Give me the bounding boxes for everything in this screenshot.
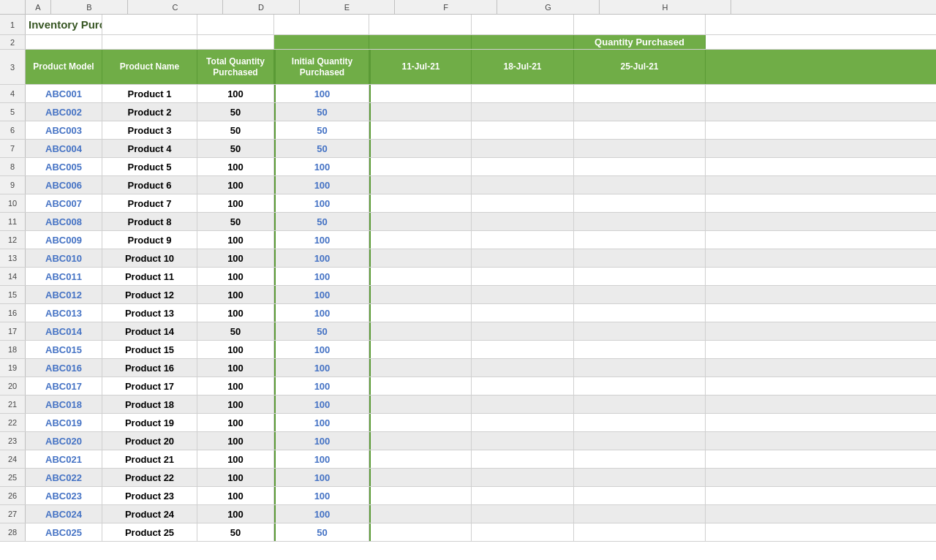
table-row: 21 ABC018 Product 18 100 100 xyxy=(0,396,936,414)
product-name: Product 11 xyxy=(102,268,197,285)
qty-jul18 xyxy=(472,341,574,358)
table-row: 25 ABC022 Product 22 100 100 xyxy=(0,469,936,487)
qty-jul25 xyxy=(574,176,706,194)
product-model[interactable]: ABC007 xyxy=(26,194,102,212)
qty-jul18 xyxy=(472,231,574,249)
table-row: 9 ABC006 Product 6 100 100 xyxy=(0,176,936,194)
product-name: Product 3 xyxy=(102,121,197,139)
table-row: 22 ABC019 Product 19 100 100 xyxy=(0,414,936,432)
empty-row-2: 2 Quantity Purchased xyxy=(0,35,936,50)
product-name: Product 16 xyxy=(102,359,197,377)
qty-jul25 xyxy=(574,103,706,121)
qty-jul18 xyxy=(472,487,574,504)
total-qty: 100 xyxy=(197,249,274,267)
product-model[interactable]: ABC015 xyxy=(26,341,102,358)
total-qty: 100 xyxy=(197,231,274,249)
qty-jul25 xyxy=(574,213,706,230)
col-header-h: H xyxy=(600,0,731,14)
total-qty: 100 xyxy=(197,158,274,175)
product-model[interactable]: ABC022 xyxy=(26,469,102,486)
qty-jul25 xyxy=(574,85,706,102)
product-model[interactable]: ABC013 xyxy=(26,304,102,322)
qty-jul25 xyxy=(574,194,706,212)
qty-jul25 xyxy=(574,432,706,450)
qty-jul25 xyxy=(574,505,706,523)
header-jul11: 11-Jul-21 xyxy=(369,50,472,84)
product-model[interactable]: ABC023 xyxy=(26,487,102,504)
product-model[interactable]: ABC012 xyxy=(26,286,102,303)
row-num: 23 xyxy=(0,432,26,450)
product-model[interactable]: ABC009 xyxy=(26,231,102,249)
table-row: 26 ABC023 Product 23 100 100 xyxy=(0,487,936,505)
product-model[interactable]: ABC008 xyxy=(26,213,102,230)
qty-jul25 xyxy=(574,249,706,267)
product-model[interactable]: ABC021 xyxy=(26,450,102,468)
product-name: Product 21 xyxy=(102,450,197,468)
qty-jul25 xyxy=(574,286,706,303)
total-qty: 100 xyxy=(197,286,274,303)
row-num: 12 xyxy=(0,231,26,249)
initial-qty: 50 xyxy=(274,523,369,541)
total-qty: 100 xyxy=(197,194,274,212)
col-header-f: F xyxy=(395,0,497,14)
qty-jul25 xyxy=(574,140,706,157)
product-model[interactable]: ABC014 xyxy=(26,322,102,340)
qty-jul11 xyxy=(369,231,472,249)
product-model[interactable]: ABC003 xyxy=(26,121,102,139)
qty-jul11 xyxy=(369,322,472,340)
col-header-a: A xyxy=(26,0,51,14)
qty-jul18 xyxy=(472,85,574,102)
total-qty: 50 xyxy=(197,103,274,121)
row-num: 14 xyxy=(0,268,26,285)
product-model[interactable]: ABC001 xyxy=(26,85,102,102)
corner-cell xyxy=(0,0,26,14)
qty-jul25 xyxy=(574,158,706,175)
qty-jul18 xyxy=(472,176,574,194)
total-qty: 100 xyxy=(197,450,274,468)
product-model[interactable]: ABC002 xyxy=(26,103,102,121)
product-model[interactable]: ABC005 xyxy=(26,158,102,175)
table-row: 15 ABC012 Product 12 100 100 xyxy=(0,286,936,304)
product-model[interactable]: ABC025 xyxy=(26,523,102,541)
col-header-e: E xyxy=(300,0,395,14)
initial-qty: 100 xyxy=(274,85,369,102)
row1-c xyxy=(102,15,197,34)
product-model[interactable]: ABC018 xyxy=(26,396,102,413)
total-qty: 100 xyxy=(197,487,274,504)
product-name: Product 18 xyxy=(102,396,197,413)
row-num: 4 xyxy=(0,85,26,102)
qty-jul11 xyxy=(369,286,472,303)
row-num: 17 xyxy=(0,322,26,340)
qty-jul11 xyxy=(369,140,472,157)
total-qty: 100 xyxy=(197,432,274,450)
qty-jul18 xyxy=(472,523,574,541)
row1-e xyxy=(274,15,369,34)
product-model[interactable]: ABC020 xyxy=(26,432,102,450)
table-row: 7 ABC004 Product 4 50 50 xyxy=(0,140,936,158)
product-model[interactable]: ABC010 xyxy=(26,249,102,267)
product-model[interactable]: ABC004 xyxy=(26,140,102,157)
qty-jul25 xyxy=(574,377,706,395)
product-model[interactable]: ABC019 xyxy=(26,414,102,431)
qty-jul18 xyxy=(472,268,574,285)
qty-jul25 xyxy=(574,322,706,340)
row1-g xyxy=(472,15,574,34)
product-model[interactable]: ABC006 xyxy=(26,176,102,194)
qty-jul25 xyxy=(574,523,706,541)
product-model[interactable]: ABC016 xyxy=(26,359,102,377)
product-name: Product 12 xyxy=(102,286,197,303)
table-row: 4 ABC001 Product 1 100 100 xyxy=(0,85,936,103)
total-qty: 100 xyxy=(197,396,274,413)
product-name: Product 8 xyxy=(102,213,197,230)
total-qty: 100 xyxy=(197,377,274,395)
qty-jul25 xyxy=(574,304,706,322)
product-model[interactable]: ABC017 xyxy=(26,377,102,395)
initial-qty: 100 xyxy=(274,359,369,377)
product-model[interactable]: ABC011 xyxy=(26,268,102,285)
total-qty: 50 xyxy=(197,213,274,230)
table-row: 13 ABC010 Product 10 100 100 xyxy=(0,249,936,268)
qty-jul18 xyxy=(472,450,574,468)
product-model[interactable]: ABC024 xyxy=(26,505,102,523)
total-qty: 100 xyxy=(197,341,274,358)
initial-qty: 100 xyxy=(274,396,369,413)
